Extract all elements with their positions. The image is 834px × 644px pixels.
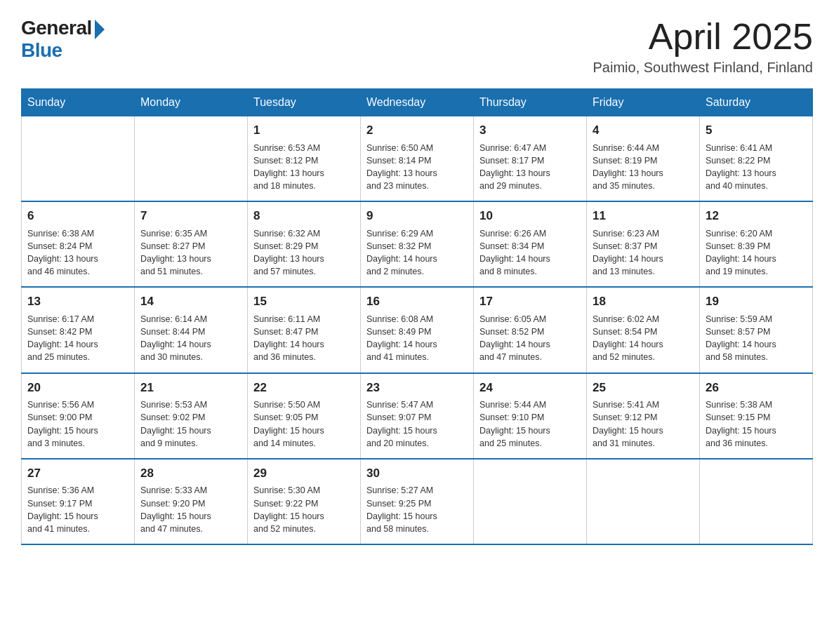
calendar-cell: 3Sunrise: 6:47 AM Sunset: 8:17 PM Daylig… (474, 116, 587, 202)
day-info: Sunrise: 6:53 AM Sunset: 8:12 PM Dayligh… (253, 142, 355, 193)
calendar-cell: 15Sunrise: 6:11 AM Sunset: 8:47 PM Dayli… (248, 287, 361, 373)
day-number: 7 (140, 208, 241, 225)
day-info: Sunrise: 6:26 AM Sunset: 8:34 PM Dayligh… (479, 227, 581, 279)
day-info: Sunrise: 6:17 AM Sunset: 8:42 PM Dayligh… (27, 313, 128, 364)
day-number: 8 (253, 208, 355, 225)
day-header-wednesday: Wednesday (361, 89, 474, 116)
calendar-cell: 17Sunrise: 6:05 AM Sunset: 8:52 PM Dayli… (474, 287, 587, 373)
day-number: 20 (27, 380, 128, 397)
page-header: General Blue April 2025 Paimio, Southwes… (21, 17, 813, 76)
calendar-cell: 14Sunrise: 6:14 AM Sunset: 8:44 PM Dayli… (135, 287, 248, 373)
calendar-cell: 1Sunrise: 6:53 AM Sunset: 8:12 PM Daylig… (248, 116, 361, 202)
day-info: Sunrise: 6:08 AM Sunset: 8:49 PM Dayligh… (366, 313, 468, 364)
calendar-cell: 25Sunrise: 5:41 AM Sunset: 9:12 PM Dayli… (587, 373, 700, 459)
day-number: 23 (366, 380, 468, 397)
logo-triangle-icon (95, 20, 105, 39)
calendar-cell: 12Sunrise: 6:20 AM Sunset: 8:39 PM Dayli… (700, 201, 813, 287)
day-info: Sunrise: 6:29 AM Sunset: 8:32 PM Dayligh… (366, 227, 468, 279)
day-info: Sunrise: 6:02 AM Sunset: 8:54 PM Dayligh… (593, 313, 694, 364)
calendar-cell: 10Sunrise: 6:26 AM Sunset: 8:34 PM Dayli… (474, 201, 587, 287)
calendar-cell: 19Sunrise: 5:59 AM Sunset: 8:57 PM Dayli… (700, 287, 813, 373)
calendar-cell: 30Sunrise: 5:27 AM Sunset: 9:25 PM Dayli… (361, 459, 474, 544)
day-info: Sunrise: 6:20 AM Sunset: 8:39 PM Dayligh… (706, 227, 807, 279)
calendar-cell (474, 459, 587, 544)
day-info: Sunrise: 6:35 AM Sunset: 8:27 PM Dayligh… (140, 227, 241, 279)
day-number: 21 (140, 380, 241, 397)
day-number: 25 (593, 380, 694, 397)
day-info: Sunrise: 6:05 AM Sunset: 8:52 PM Dayligh… (479, 313, 581, 364)
day-number: 10 (479, 208, 581, 225)
day-header-tuesday: Tuesday (248, 89, 361, 116)
day-number: 27 (27, 465, 128, 483)
calendar-cell: 8Sunrise: 6:32 AM Sunset: 8:29 PM Daylig… (248, 201, 361, 287)
calendar-cell: 9Sunrise: 6:29 AM Sunset: 8:32 PM Daylig… (361, 201, 474, 287)
calendar-week-row: 27Sunrise: 5:36 AM Sunset: 9:17 PM Dayli… (22, 459, 813, 544)
title-block: April 2025 Paimio, Southwest Finland, Fi… (593, 17, 814, 76)
day-header-saturday: Saturday (700, 89, 813, 116)
logo-blue-text: Blue (21, 39, 105, 62)
day-number: 2 (366, 122, 468, 140)
day-number: 15 (253, 293, 355, 311)
day-info: Sunrise: 6:50 AM Sunset: 8:14 PM Dayligh… (366, 142, 468, 193)
calendar-week-row: 1Sunrise: 6:53 AM Sunset: 8:12 PM Daylig… (22, 116, 813, 202)
day-number: 11 (593, 208, 694, 225)
calendar-cell: 2Sunrise: 6:50 AM Sunset: 8:14 PM Daylig… (361, 116, 474, 202)
calendar-cell: 4Sunrise: 6:44 AM Sunset: 8:19 PM Daylig… (587, 116, 700, 202)
day-number: 28 (140, 465, 241, 483)
day-info: Sunrise: 5:38 AM Sunset: 9:15 PM Dayligh… (706, 398, 807, 450)
calendar-cell: 21Sunrise: 5:53 AM Sunset: 9:02 PM Dayli… (135, 373, 248, 459)
day-number: 16 (366, 293, 468, 311)
calendar-cell: 20Sunrise: 5:56 AM Sunset: 9:00 PM Dayli… (22, 373, 135, 459)
calendar-cell: 6Sunrise: 6:38 AM Sunset: 8:24 PM Daylig… (22, 201, 135, 287)
day-number: 13 (27, 293, 128, 311)
day-number: 6 (27, 208, 128, 225)
day-number: 12 (706, 208, 807, 225)
location-title: Paimio, Southwest Finland, Finland (593, 60, 814, 76)
calendar-cell: 11Sunrise: 6:23 AM Sunset: 8:37 PM Dayli… (587, 201, 700, 287)
day-info: Sunrise: 6:38 AM Sunset: 8:24 PM Dayligh… (27, 227, 128, 279)
day-info: Sunrise: 6:47 AM Sunset: 8:17 PM Dayligh… (479, 142, 581, 193)
day-info: Sunrise: 6:11 AM Sunset: 8:47 PM Dayligh… (253, 313, 355, 364)
day-number: 26 (706, 380, 807, 397)
day-number: 9 (366, 208, 468, 225)
calendar-week-row: 20Sunrise: 5:56 AM Sunset: 9:00 PM Dayli… (22, 373, 813, 459)
calendar-cell: 7Sunrise: 6:35 AM Sunset: 8:27 PM Daylig… (135, 201, 248, 287)
calendar-cell: 29Sunrise: 5:30 AM Sunset: 9:22 PM Dayli… (248, 459, 361, 544)
day-number: 5 (706, 122, 807, 140)
day-number: 22 (253, 380, 355, 397)
day-info: Sunrise: 5:53 AM Sunset: 9:02 PM Dayligh… (140, 398, 241, 450)
day-number: 1 (253, 122, 355, 140)
day-info: Sunrise: 6:41 AM Sunset: 8:22 PM Dayligh… (706, 142, 807, 193)
calendar-cell: 13Sunrise: 6:17 AM Sunset: 8:42 PM Dayli… (22, 287, 135, 373)
day-info: Sunrise: 5:41 AM Sunset: 9:12 PM Dayligh… (593, 398, 694, 450)
day-number: 24 (479, 380, 581, 397)
day-number: 14 (140, 293, 241, 311)
calendar-cell: 22Sunrise: 5:50 AM Sunset: 9:05 PM Dayli… (248, 373, 361, 459)
calendar-cell (587, 459, 700, 544)
calendar-cell: 24Sunrise: 5:44 AM Sunset: 9:10 PM Dayli… (474, 373, 587, 459)
day-header-monday: Monday (135, 89, 248, 116)
day-info: Sunrise: 6:23 AM Sunset: 8:37 PM Dayligh… (593, 227, 694, 279)
day-info: Sunrise: 5:44 AM Sunset: 9:10 PM Dayligh… (479, 398, 581, 450)
day-number: 4 (593, 122, 694, 140)
calendar-header-row: SundayMondayTuesdayWednesdayThursdayFrid… (22, 89, 813, 116)
day-info: Sunrise: 5:36 AM Sunset: 9:17 PM Dayligh… (27, 484, 128, 535)
day-header-thursday: Thursday (474, 89, 587, 116)
day-number: 19 (706, 293, 807, 311)
calendar-cell: 16Sunrise: 6:08 AM Sunset: 8:49 PM Dayli… (361, 287, 474, 373)
day-header-friday: Friday (587, 89, 700, 116)
day-info: Sunrise: 5:50 AM Sunset: 9:05 PM Dayligh… (253, 398, 355, 450)
logo-general-text: General (21, 17, 92, 39)
calendar-cell: 27Sunrise: 5:36 AM Sunset: 9:17 PM Dayli… (22, 459, 135, 544)
day-info: Sunrise: 5:30 AM Sunset: 9:22 PM Dayligh… (253, 484, 355, 535)
day-info: Sunrise: 6:14 AM Sunset: 8:44 PM Dayligh… (140, 313, 241, 364)
day-info: Sunrise: 5:33 AM Sunset: 9:20 PM Dayligh… (140, 484, 241, 535)
day-number: 30 (366, 465, 468, 483)
calendar-cell: 26Sunrise: 5:38 AM Sunset: 9:15 PM Dayli… (700, 373, 813, 459)
day-number: 17 (479, 293, 581, 311)
day-info: Sunrise: 5:59 AM Sunset: 8:57 PM Dayligh… (706, 313, 807, 364)
calendar-cell (22, 116, 135, 202)
calendar-cell: 28Sunrise: 5:33 AM Sunset: 9:20 PM Dayli… (135, 459, 248, 544)
calendar-cell: 23Sunrise: 5:47 AM Sunset: 9:07 PM Dayli… (361, 373, 474, 459)
day-info: Sunrise: 6:44 AM Sunset: 8:19 PM Dayligh… (593, 142, 694, 193)
